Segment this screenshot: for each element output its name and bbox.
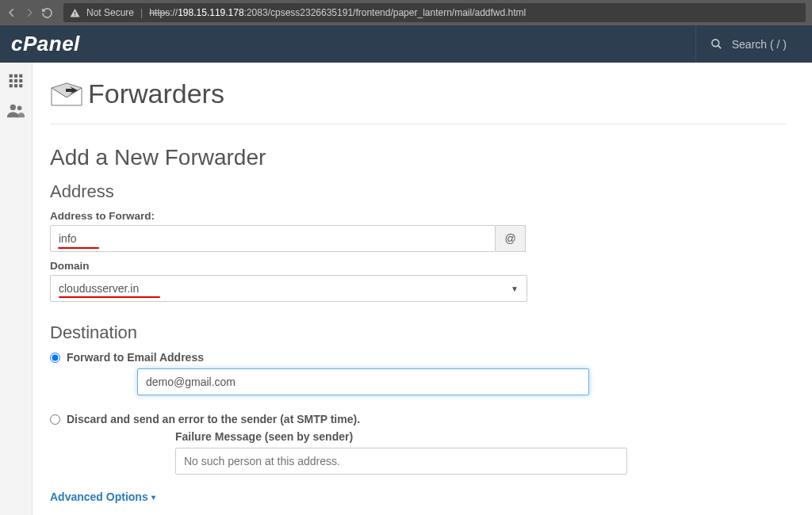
- svg-rect-9: [19, 79, 22, 82]
- url-rest: :2083/cpsess2326635191/frontend/paper_la…: [244, 7, 527, 18]
- svg-rect-8: [14, 79, 17, 82]
- caret-down-icon: ▾: [151, 493, 155, 502]
- forward-button[interactable]: [24, 7, 41, 18]
- svg-rect-1: [75, 14, 75, 15]
- at-addon: @: [496, 225, 526, 252]
- svg-rect-5: [14, 74, 17, 78]
- section-address: Address: [50, 181, 787, 202]
- left-sidebar: [0, 63, 33, 515]
- address-input[interactable]: [50, 225, 496, 252]
- svg-rect-7: [10, 79, 13, 82]
- svg-point-2: [712, 40, 719, 47]
- users-icon[interactable]: [4, 99, 28, 123]
- url-host: 198.15.119.178: [178, 7, 243, 18]
- radio-forward-label: Forward to Email Address: [67, 351, 204, 364]
- cpanel-logo: cPanel: [11, 32, 80, 56]
- domain-select[interactable]: cloudusserver.in ▼: [50, 275, 527, 302]
- apps-grid-icon[interactable]: [4, 69, 28, 93]
- label-domain: Domain: [50, 260, 787, 272]
- radio-forward[interactable]: [50, 353, 60, 363]
- page-title: Forwarders: [88, 78, 224, 109]
- insecure-icon: [70, 8, 80, 18]
- main-content: Forwarders Add a New Forwarder Address A…: [33, 63, 812, 515]
- label-failure-message: Failure Message (seen by sender): [175, 430, 787, 443]
- radio-discard[interactable]: [50, 414, 60, 425]
- reload-button[interactable]: [41, 7, 59, 19]
- svg-rect-11: [14, 84, 17, 87]
- header-search[interactable]: Search ( / ): [695, 25, 801, 63]
- address-bar[interactable]: Not Secure | https://198.15.119.178:2083…: [63, 3, 806, 22]
- section-destination: Destination: [50, 322, 787, 343]
- browser-chrome: Not Secure | https://198.15.119.178:2083…: [0, 0, 812, 25]
- svg-point-13: [10, 105, 16, 110]
- svg-point-14: [17, 105, 22, 110]
- svg-rect-4: [10, 74, 13, 78]
- url-separator: |: [140, 7, 143, 18]
- section-add-forwarder: Add a New Forwarder: [50, 145, 787, 170]
- domain-selected-value: cloudusserver.in: [59, 282, 139, 295]
- forwarder-icon: [50, 82, 80, 107]
- svg-line-3: [718, 45, 721, 48]
- advanced-options-label: Advanced Options: [50, 490, 148, 503]
- search-placeholder: Search ( / ): [732, 38, 787, 51]
- failure-message-input[interactable]: [175, 448, 627, 475]
- page-title-row: Forwarders: [50, 71, 787, 124]
- svg-rect-0: [75, 11, 75, 13]
- advanced-options-toggle[interactable]: Advanced Options ▾: [50, 490, 155, 503]
- svg-rect-10: [10, 84, 13, 87]
- forward-email-input[interactable]: [137, 368, 589, 395]
- app-header: cPanel Search ( / ): [0, 25, 812, 63]
- label-address-to-forward: Address to Forward:: [50, 210, 787, 222]
- url-scheme: https: [149, 7, 170, 18]
- security-label: Not Secure: [86, 7, 134, 18]
- back-button[interactable]: [6, 7, 24, 18]
- search-icon: [710, 38, 722, 50]
- radio-discard-label: Discard and send an error to the sender …: [67, 413, 360, 425]
- svg-rect-6: [19, 74, 22, 78]
- svg-rect-12: [19, 84, 22, 87]
- chevron-down-icon: ▼: [511, 284, 519, 293]
